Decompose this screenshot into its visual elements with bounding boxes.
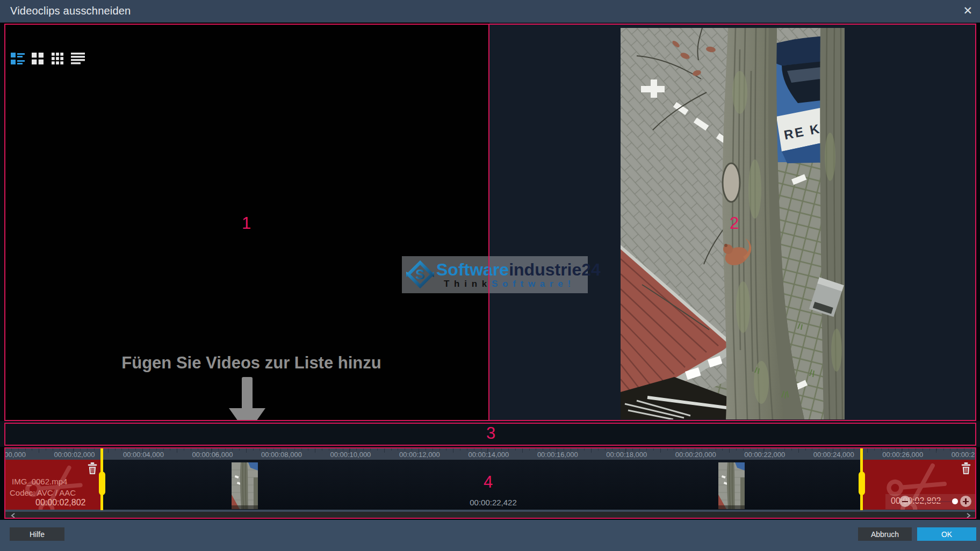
empty-list-hint: Fügen Sie Videos zur Liste hinzu: [37, 353, 466, 373]
preview-video-frame: RE KRUM: [621, 28, 845, 419]
view-mode-toolbar: [11, 53, 85, 64]
scroll-left-icon[interactable]: [11, 513, 16, 518]
clip-list-panel[interactable]: Fügen Sie Videos zur Liste hinzu: [4, 23, 489, 421]
ruler-label: 00:00:10,000: [330, 451, 371, 459]
ruler-label: 00:00:16,000: [537, 451, 578, 459]
help-label: Hilfe: [30, 530, 45, 539]
close-icon[interactable]: ✕: [963, 4, 972, 17]
clip-filename: IMG_0062.mp4: [12, 477, 67, 486]
watermark-tagline-secondary: S o f t w a r e !: [492, 279, 572, 289]
delete-trim-end-icon[interactable]: [961, 462, 971, 475]
cancel-button[interactable]: Abbruch: [858, 527, 912, 541]
clip-thumbnail: [718, 462, 745, 509]
zoom-slider-knob[interactable]: [952, 498, 958, 504]
zoom-out-button[interactable]: [899, 496, 911, 507]
ruler-label: 00:00:14,000: [468, 451, 509, 459]
large-icons-view-icon[interactable]: [31, 53, 45, 64]
watermark-brand: Softwareindustrie24: [436, 260, 601, 280]
dialog-footer: Hilfe Abbruch OK: [0, 520, 980, 551]
ruler-label: 00:00:02,000: [54, 451, 95, 459]
timeline-scrollbar[interactable]: [4, 512, 976, 519]
preview-panel[interactable]: RE KRUM: [489, 23, 976, 421]
timeline-track[interactable]: IMG_0062.mp4 Codec: AVC / AAC 00:00:02,8…: [4, 460, 976, 510]
trunk-scar: [723, 163, 740, 202]
help-button[interactable]: Hilfe: [10, 527, 64, 541]
clip-codec: Codec: AVC / AAC: [10, 488, 76, 497]
list-view-icon[interactable]: [70, 53, 85, 64]
ruler-label: 00:00:22,000: [744, 451, 785, 459]
delete-trim-start-icon[interactable]: [87, 462, 98, 475]
watermark-tagline: T h i n k S o f t w a r e !: [444, 279, 572, 289]
right-tree-trunk: [820, 28, 845, 419]
small-icons-view-icon[interactable]: [51, 53, 64, 64]
watermark-tagline-primary: T h i n k: [444, 279, 488, 289]
title-bar: Videoclips ausschneiden ✕: [0, 0, 980, 23]
ruler-label: 00:00:26,000: [882, 451, 923, 459]
watermark-brand-primary: Software: [436, 260, 509, 279]
timeline-zoom-control: 00:00:02,802: [885, 494, 976, 509]
cancel-label: Abbruch: [871, 530, 899, 539]
watermark-brand-secondary: industrie24: [509, 260, 601, 279]
zoom-slider-track[interactable]: [913, 501, 955, 502]
ruler-label: 00:00:20,000: [675, 451, 716, 459]
ruler-label: 00:00:24,000: [813, 451, 854, 459]
trim-end-handle[interactable]: [859, 472, 865, 495]
details-view-icon[interactable]: [11, 53, 25, 64]
zoom-in-button[interactable]: [960, 496, 971, 507]
watermark: S Softwareindustrie24 T h i n k S o f t …: [402, 256, 588, 293]
trim-end-section[interactable]: 00:00:02,802: [862, 460, 976, 510]
kept-duration: 00:00:22,422: [456, 498, 531, 507]
watermark-logo-icon: S: [406, 260, 434, 288]
watermark-logo-letter: S: [415, 266, 424, 282]
ok-button[interactable]: OK: [917, 527, 976, 541]
ruler-label: 00:00:04,000: [123, 451, 164, 459]
trim-start-duration: 00:00:02,802: [35, 498, 85, 508]
ruler-label: 00:00:18,000: [606, 451, 647, 459]
ruler-label: 00:00:12,000: [399, 451, 440, 459]
transport-toolbar: Schnitt hinzufügen 15 1 1 15 0 : 0 : 0 ,…: [0, 421, 980, 447]
window-title: Videoclips ausschneiden: [10, 5, 131, 17]
scroll-right-icon[interactable]: [966, 513, 971, 518]
ok-label: OK: [941, 530, 952, 539]
timeline-ruler[interactable]: 00:00:00,00000:00:02,00000:00:04,00000:0…: [4, 447, 976, 460]
ruler-label: 00:00:06,000: [192, 451, 233, 459]
ruler-label: 00:00:08,000: [261, 451, 302, 459]
ruler-label: 00:00:28,000: [952, 451, 976, 459]
trim-start-handle[interactable]: [99, 472, 105, 495]
clip-thumbnail: [232, 462, 258, 509]
trim-start-section[interactable]: IMG_0062.mp4 Codec: AVC / AAC 00:00:02,8…: [4, 460, 102, 510]
ruler-label: 00:00:00,000: [4, 451, 26, 459]
